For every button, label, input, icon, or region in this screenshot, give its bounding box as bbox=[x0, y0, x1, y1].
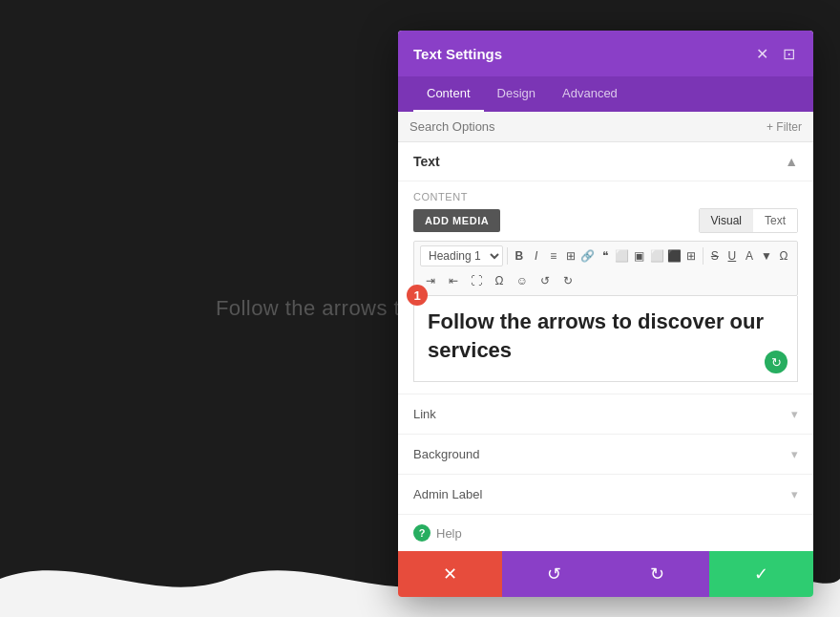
admin-chevron: ▾ bbox=[791, 487, 798, 501]
modal-header: Text Settings ✕ ⊡ bbox=[398, 31, 813, 76]
redo-editor-button[interactable]: ↻ bbox=[557, 270, 578, 291]
align-left-button[interactable]: ⬜ bbox=[615, 245, 630, 266]
link-label: Link bbox=[413, 407, 436, 421]
accordion-link[interactable]: Link ▾ bbox=[398, 394, 813, 434]
text-button[interactable]: Text bbox=[753, 209, 797, 232]
text-settings-modal: Text Settings ✕ ⊡ Content Design Advance… bbox=[398, 31, 813, 597]
visual-button[interactable]: Visual bbox=[700, 209, 753, 232]
emoji-button[interactable]: ☺ bbox=[512, 270, 533, 291]
undo-button[interactable]: ↺ bbox=[502, 551, 606, 597]
outdent-button[interactable]: ⇤ bbox=[443, 270, 464, 291]
filter-label: + Filter bbox=[766, 120, 802, 134]
undo-editor-button[interactable]: ↺ bbox=[535, 270, 556, 291]
bold-button[interactable]: B bbox=[512, 245, 527, 266]
modal-content: Text ▲ Content ADD MEDIA Visual Text Hea… bbox=[398, 142, 813, 551]
visual-text-toggle: Visual Text bbox=[699, 208, 798, 233]
modal-header-icons: ✕ ⊡ bbox=[752, 44, 798, 63]
modal-tabs: Content Design Advanced bbox=[398, 76, 813, 112]
accordion-background[interactable]: Background ▾ bbox=[398, 434, 813, 474]
align-right-button[interactable]: ⬜ bbox=[649, 245, 664, 266]
search-bar: + Filter bbox=[398, 112, 813, 142]
text-bg-color-button[interactable]: ▼ bbox=[759, 245, 774, 266]
modal-footer: ✕ ↺ ↻ ✓ bbox=[398, 551, 813, 597]
text-color-button[interactable]: A bbox=[742, 245, 757, 266]
editor-heading-text: Follow the arrows to discover our servic… bbox=[428, 308, 784, 364]
help-icon: ? bbox=[413, 524, 430, 542]
underline-button[interactable]: U bbox=[724, 245, 740, 266]
tab-design[interactable]: Design bbox=[484, 76, 549, 112]
fullscreen-button[interactable]: ⛶ bbox=[466, 270, 487, 291]
add-media-button[interactable]: ADD MEDIA bbox=[413, 209, 500, 232]
section-title: Text bbox=[413, 154, 440, 169]
step-badge: 1 bbox=[407, 285, 428, 306]
omega-button[interactable]: Ω bbox=[489, 270, 510, 291]
toolbar-row-2: ⇥ ⇤ ⛶ Ω ☺ ↺ ↻ bbox=[420, 270, 791, 291]
editor-toolbar: Heading 1 Heading 2 Paragraph B I ≡ ⊞ 🔗 … bbox=[413, 241, 798, 296]
accordion-admin-label[interactable]: Admin Label ▾ bbox=[398, 474, 813, 514]
expand-icon[interactable]: ⊡ bbox=[779, 44, 798, 63]
italic-button[interactable]: I bbox=[529, 245, 544, 266]
strikethrough-button[interactable]: S bbox=[707, 245, 723, 266]
ordered-list-button[interactable]: ⊞ bbox=[563, 245, 578, 266]
help-row: ? Help bbox=[398, 514, 813, 551]
add-media-row: ADD MEDIA Visual Text bbox=[413, 208, 798, 233]
link-chevron: ▾ bbox=[791, 407, 798, 421]
editor-body[interactable]: 1 Follow the arrows to discover our serv… bbox=[413, 296, 798, 382]
content-label: Content bbox=[398, 181, 813, 208]
toolbar-row-1: Heading 1 Heading 2 Paragraph B I ≡ ⊞ 🔗 … bbox=[420, 245, 791, 266]
tab-content[interactable]: Content bbox=[413, 76, 484, 112]
refresh-icon[interactable]: ↻ bbox=[765, 351, 788, 373]
align-center-button[interactable]: ▣ bbox=[632, 245, 647, 266]
close-icon[interactable]: ✕ bbox=[752, 44, 771, 63]
link-button[interactable]: 🔗 bbox=[580, 245, 596, 266]
heading-select[interactable]: Heading 1 Heading 2 Paragraph bbox=[420, 245, 503, 266]
cancel-button[interactable]: ✕ bbox=[398, 551, 502, 597]
admin-label-text: Admin Label bbox=[413, 487, 482, 501]
text-section-header[interactable]: Text ▲ bbox=[398, 142, 813, 181]
align-justify-button[interactable]: ⬛ bbox=[666, 245, 682, 266]
special-chars-button[interactable]: Ω bbox=[776, 245, 791, 266]
save-button[interactable]: ✓ bbox=[709, 551, 813, 597]
search-input[interactable] bbox=[410, 119, 766, 134]
filter-button[interactable]: + Filter bbox=[766, 120, 802, 134]
background-chevron: ▾ bbox=[791, 447, 798, 461]
modal-title: Text Settings bbox=[413, 46, 502, 62]
blockquote-button[interactable]: ❝ bbox=[598, 245, 613, 266]
help-label: Help bbox=[436, 526, 462, 541]
unordered-list-button[interactable]: ≡ bbox=[546, 245, 561, 266]
background-label: Background bbox=[413, 447, 479, 461]
section-chevron: ▲ bbox=[785, 154, 798, 169]
redo-button[interactable]: ↻ bbox=[606, 551, 710, 597]
editor-area: ADD MEDIA Visual Text Heading 1 Heading … bbox=[398, 208, 813, 394]
tab-advanced[interactable]: Advanced bbox=[549, 76, 631, 112]
table-button[interactable]: ⊞ bbox=[683, 245, 699, 266]
